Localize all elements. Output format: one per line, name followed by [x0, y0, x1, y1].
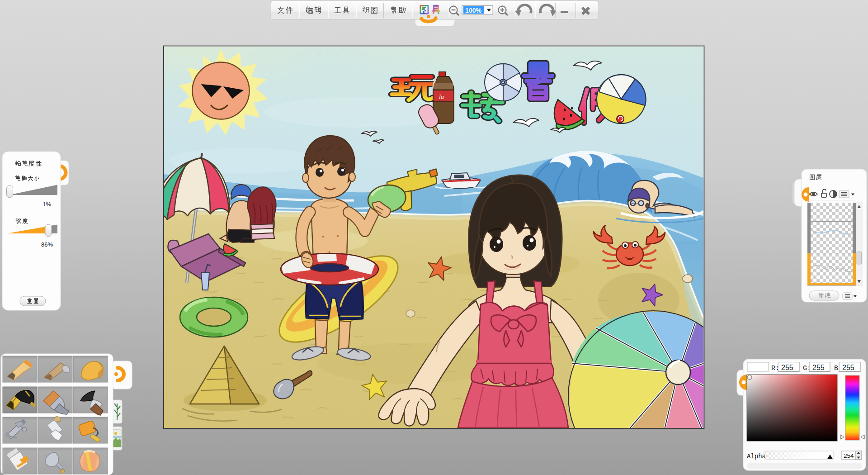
svg-text:255: 255 — [842, 364, 854, 371]
svg-text:86%: 86% — [41, 241, 53, 248]
svg-text:100%: 100% — [465, 7, 481, 14]
svg-text:254: 254 — [844, 452, 854, 459]
svg-text:la: la — [439, 94, 444, 100]
svg-text:Alpha: Alpha — [747, 453, 766, 460]
svg-text:255: 255 — [781, 364, 793, 371]
svg-text:255: 255 — [812, 364, 825, 371]
svg-text:1%: 1% — [42, 201, 51, 208]
